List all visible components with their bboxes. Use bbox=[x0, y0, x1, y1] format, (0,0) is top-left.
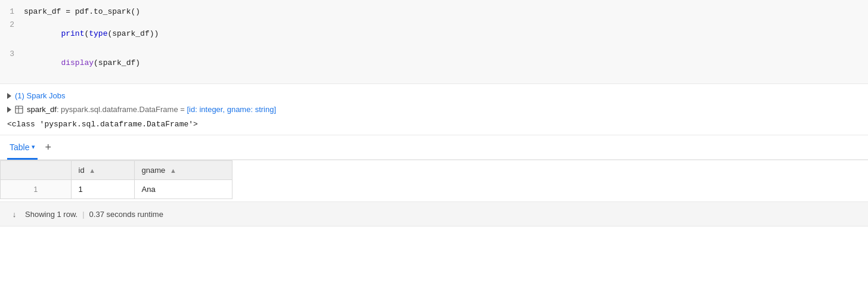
id-column-header[interactable]: id ▲ bbox=[71, 161, 134, 180]
keyword-type: type bbox=[89, 29, 107, 38]
line-number-2: 2 bbox=[0, 20, 24, 29]
code-rest-3: (spark_df) bbox=[94, 58, 140, 67]
table-body: 1 1 Ana bbox=[1, 180, 232, 199]
line-number-3: 3 bbox=[0, 49, 24, 58]
table-section: Table ▾ + id ▲ bbox=[0, 135, 868, 226]
table-tabs-bar: Table ▾ + bbox=[0, 135, 868, 160]
separator: | bbox=[82, 210, 84, 219]
header-row: id ▲ gname ▲ bbox=[1, 161, 232, 180]
line-number-1: 1 bbox=[0, 7, 24, 16]
dataframe-info-row[interactable]: spark_df : pyspark.sql.dataframe.DataFra… bbox=[0, 103, 868, 116]
spark-jobs-label: (1) Spark Jobs bbox=[15, 91, 66, 100]
notebook-cell: 1 spark_df = pdf.to_spark() 2 print(type… bbox=[0, 0, 868, 227]
gname-sort-icon: ▲ bbox=[170, 167, 176, 174]
df-name: spark_df bbox=[27, 105, 57, 114]
df-schema: [id: integer, gname: string] bbox=[187, 105, 276, 114]
code-area: 1 spark_df = pdf.to_spark() 2 print(type… bbox=[0, 0, 868, 84]
code-line-2: 2 print(type(spark_df)) bbox=[0, 19, 868, 48]
id-sort-icon: ▲ bbox=[89, 167, 95, 174]
runtime-text: 0.37 seconds runtime bbox=[89, 210, 163, 219]
code-content-3: display(spark_df) bbox=[24, 49, 140, 76]
download-icon[interactable]: ↓ bbox=[8, 208, 20, 220]
output-area: (1) Spark Jobs spark_df : pyspark.sql.da… bbox=[0, 84, 868, 226]
keyword-display: display bbox=[61, 58, 94, 67]
expand-spark-jobs-icon bbox=[7, 93, 11, 99]
spark-jobs-row[interactable]: (1) Spark Jobs bbox=[0, 89, 868, 103]
table-row: 1 1 Ana bbox=[1, 180, 232, 199]
gname-column-header[interactable]: gname ▲ bbox=[134, 161, 232, 180]
row-number-cell: 1 bbox=[1, 180, 72, 199]
keyword-print: print bbox=[61, 29, 84, 38]
gname-cell: Ana bbox=[134, 180, 232, 199]
table-header: id ▲ gname ▲ bbox=[1, 161, 232, 180]
showing-text: Showing 1 row. bbox=[25, 210, 78, 219]
add-view-button[interactable]: + bbox=[42, 142, 54, 153]
table-wrapper: id ▲ gname ▲ 1 1 bbox=[0, 160, 868, 199]
svg-rect-0 bbox=[16, 106, 23, 113]
class-output: <class 'pyspark.sql.dataframe.DataFrame'… bbox=[0, 116, 868, 135]
id-cell: 1 bbox=[71, 180, 134, 199]
df-type: : pyspark.sql.dataframe.DataFrame = bbox=[57, 105, 187, 114]
data-table: id ▲ gname ▲ 1 1 bbox=[0, 160, 232, 199]
table-tab-label: Table bbox=[10, 142, 29, 152]
code-line-3: 3 display(spark_df) bbox=[0, 48, 868, 77]
table-icon bbox=[15, 106, 23, 114]
id-header-label: id bbox=[79, 166, 85, 175]
code-rest-2: (spark_df)) bbox=[107, 29, 159, 38]
gname-header-label: gname bbox=[142, 166, 166, 175]
chevron-down-icon: ▾ bbox=[32, 143, 35, 151]
code-content-2: print(type(spark_df)) bbox=[24, 20, 159, 47]
row-number-header bbox=[1, 161, 72, 180]
footer-bar: ↓ Showing 1 row. | 0.37 seconds runtime bbox=[0, 201, 868, 226]
table-tab[interactable]: Table ▾ bbox=[7, 136, 38, 160]
code-content-1: spark_df = pdf.to_spark() bbox=[24, 7, 140, 16]
code-line-1: 1 spark_df = pdf.to_spark() bbox=[0, 6, 868, 19]
expand-df-icon bbox=[7, 107, 11, 113]
